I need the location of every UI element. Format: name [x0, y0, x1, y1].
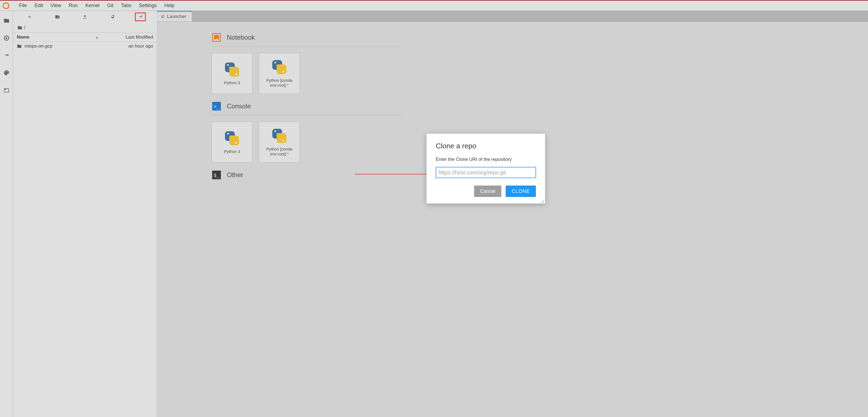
tabs-icon[interactable] [3, 87, 10, 94]
svg-point-6 [6, 71, 6, 72]
file-browser-toolbar: + [13, 11, 157, 23]
dialog-title: Clone a repo [436, 142, 536, 150]
git-icon[interactable] [3, 52, 10, 59]
section-title: Notebook [227, 34, 255, 41]
menu-edit[interactable]: Edit [31, 3, 47, 8]
python-icon [224, 130, 240, 146]
menu-tabs[interactable]: Tabs [117, 3, 135, 8]
file-browser-sidebar: + / Name ▲ Last Modified mlops-on-gcp an… [13, 11, 157, 417]
card-label: Python 3 [222, 149, 242, 154]
upload-button[interactable] [80, 12, 90, 21]
launcher-card-conda-console[interactable]: Python [conda env:root] * [259, 122, 300, 163]
python-icon [271, 128, 287, 144]
clone-repo-dialog: Clone a repo Enter the Clone URI of the … [427, 134, 545, 204]
dialog-prompt: Enter the Clone URI of the repository [436, 157, 536, 162]
refresh-button[interactable] [107, 12, 118, 21]
col-modified-label[interactable]: Last Modified [110, 35, 153, 40]
clone-button[interactable]: CLONE [506, 185, 536, 197]
cancel-button[interactable]: Cancel [474, 185, 501, 197]
section-notebook: Notebook Python 3 Python [conda env:root… [212, 33, 402, 94]
card-label: Python [conda env:root] * [259, 78, 300, 88]
menu-view[interactable]: View [47, 3, 65, 8]
annotation-arrow [355, 174, 433, 174]
clone-uri-input[interactable] [436, 167, 536, 178]
file-list-header: Name ▲ Last Modified [13, 33, 157, 42]
menu-kernel[interactable]: Kernel [82, 3, 103, 8]
svg-point-7 [7, 71, 8, 72]
palette-icon[interactable] [3, 70, 10, 76]
main-content: Launcher Notebook Python 3 [157, 11, 868, 417]
col-name-label[interactable]: Name [17, 35, 29, 40]
tab-launcher[interactable]: Launcher [157, 11, 192, 22]
console-section-icon: >_ [212, 101, 221, 111]
menu-help[interactable]: Help [160, 3, 178, 8]
menu-file[interactable]: File [15, 3, 31, 8]
svg-text:+: + [142, 14, 143, 16]
sort-asc-icon: ▲ [95, 35, 99, 39]
running-sessions-icon[interactable] [3, 35, 10, 41]
tab-label: Launcher [167, 14, 186, 19]
launcher-card-python3-console[interactable]: Python 3 [212, 122, 252, 163]
launcher-card-conda-notebook[interactable]: Python [conda env:root] * [259, 53, 300, 94]
svg-rect-4 [6, 37, 7, 39]
notebook-section-icon [212, 33, 221, 42]
tab-bar: Launcher [157, 11, 868, 22]
launcher-card-python3-notebook[interactable]: Python 3 [212, 53, 252, 94]
section-console: >_ Console Python 3 Python [conda env:ro… [212, 101, 402, 163]
menu-settings[interactable]: Settings [135, 3, 160, 8]
card-label: Python 3 [222, 80, 242, 85]
file-row[interactable]: mlops-on-gcp an hour ago [13, 42, 157, 50]
python-icon [224, 61, 240, 78]
file-name: mlops-on-gcp [25, 43, 110, 49]
section-title: Console [227, 102, 251, 110]
other-section-icon: $_ [212, 170, 221, 180]
folder-icon[interactable] [3, 18, 10, 24]
new-launcher-button[interactable] [24, 12, 35, 21]
dialog-resize-grip[interactable] [541, 200, 544, 203]
folder-icon [17, 44, 22, 48]
main-menu-bar: File Edit View Run Kernel Git Tabs Setti… [0, 1, 868, 11]
menu-git[interactable]: Git [103, 3, 117, 8]
activity-bar [0, 11, 13, 417]
git-clone-button[interactable]: + [135, 12, 146, 21]
jupyter-logo-icon [2, 2, 10, 9]
svg-rect-9 [4, 89, 6, 90]
breadcrumb[interactable]: / [13, 23, 157, 33]
breadcrumb-path: / [24, 25, 25, 31]
python-icon [271, 59, 287, 75]
svg-point-1 [3, 3, 4, 4]
file-modified: an hour ago [110, 43, 153, 49]
card-label: Python [conda env:root] * [259, 147, 300, 157]
svg-point-5 [5, 72, 6, 73]
menu-run[interactable]: Run [65, 3, 82, 8]
svg-point-2 [8, 7, 9, 8]
new-folder-button[interactable] [52, 12, 63, 21]
section-title: Other [227, 171, 243, 179]
launch-icon [160, 14, 165, 19]
section-other: $_ Other [212, 170, 402, 184]
